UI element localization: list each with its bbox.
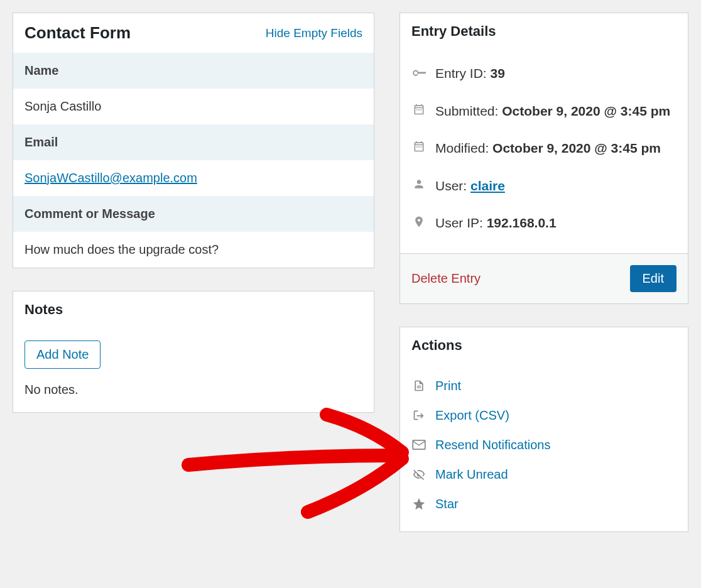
contact-form-title: Contact Form — [24, 23, 131, 43]
action-export-label: Export (CSV) — [435, 408, 509, 423]
hide-empty-fields-link[interactable]: Hide Empty Fields — [266, 26, 362, 40]
entry-details-title: Entry Details — [400, 13, 688, 50]
calendar-icon — [411, 140, 427, 153]
actions-title: Actions — [400, 327, 688, 364]
actions-panel: Actions Print Export (CSV) — [399, 327, 688, 532]
action-export[interactable]: Export (CSV) — [411, 401, 677, 430]
entry-id-label: Entry ID: — [435, 66, 491, 80]
action-print-label: Print — [435, 379, 461, 393]
user-ip-label: User IP: — [435, 215, 487, 230]
field-value-email: SonjaWCastillo@example.com — [13, 160, 374, 196]
user-icon — [411, 178, 427, 190]
notes-panel: Notes Add Note No notes. — [13, 291, 374, 413]
no-notes-text: No notes. — [24, 383, 362, 397]
modified-row: Modified: October 9, 2020 @ 3:45 pm — [411, 129, 677, 167]
email-link[interactable]: SonjaWCastillo@example.com — [24, 171, 197, 185]
action-star-label: Star — [435, 497, 459, 511]
action-resend[interactable]: Resend Notifications — [411, 430, 677, 460]
action-star[interactable]: Star — [411, 489, 677, 519]
field-label-email: Email — [13, 124, 374, 160]
calendar-icon — [411, 103, 427, 116]
submitted-value: October 9, 2020 @ 3:45 pm — [502, 104, 670, 118]
entry-id-value: 39 — [491, 66, 505, 80]
notes-title: Notes — [13, 291, 374, 328]
field-label-name: Name — [13, 53, 374, 89]
user-ip-value: 192.168.0.1 — [487, 215, 557, 230]
location-icon — [411, 215, 427, 229]
document-icon — [411, 379, 427, 393]
edit-button[interactable]: Edit — [630, 265, 677, 292]
field-value-comment: How much does the upgrade cost? — [13, 232, 374, 268]
field-value-name: Sonja Castillo — [13, 89, 374, 124]
user-link[interactable]: claire — [470, 178, 505, 193]
modified-label: Modified: — [435, 141, 492, 155]
action-resend-label: Resend Notifications — [435, 438, 550, 452]
action-mark-unread-label: Mark Unread — [435, 467, 508, 482]
key-icon — [411, 65, 427, 79]
add-note-button[interactable]: Add Note — [24, 340, 101, 369]
submitted-label: Submitted: — [435, 104, 502, 118]
star-icon — [411, 497, 427, 511]
field-label-comment: Comment or Message — [13, 196, 374, 232]
user-row: User: claire — [411, 167, 677, 205]
export-icon — [411, 409, 427, 422]
modified-value: October 9, 2020 @ 3:45 pm — [492, 141, 661, 155]
contact-form-panel: Contact Form Hide Empty Fields Name Sonj… — [13, 13, 374, 268]
user-label: User: — [435, 178, 470, 193]
entry-id-row: Entry ID: 39 — [411, 55, 677, 92]
eye-slash-icon — [411, 468, 427, 481]
submitted-row: Submitted: October 9, 2020 @ 3:45 pm — [411, 92, 677, 130]
user-ip-row: User IP: 192.168.0.1 — [411, 204, 677, 242]
delete-entry-link[interactable]: Delete Entry — [411, 271, 481, 286]
action-print[interactable]: Print — [411, 371, 677, 401]
entry-details-panel: Entry Details Entry ID: 39 Submitted: Oc… — [399, 13, 688, 304]
mail-icon — [411, 440, 427, 450]
action-mark-unread[interactable]: Mark Unread — [411, 460, 677, 489]
